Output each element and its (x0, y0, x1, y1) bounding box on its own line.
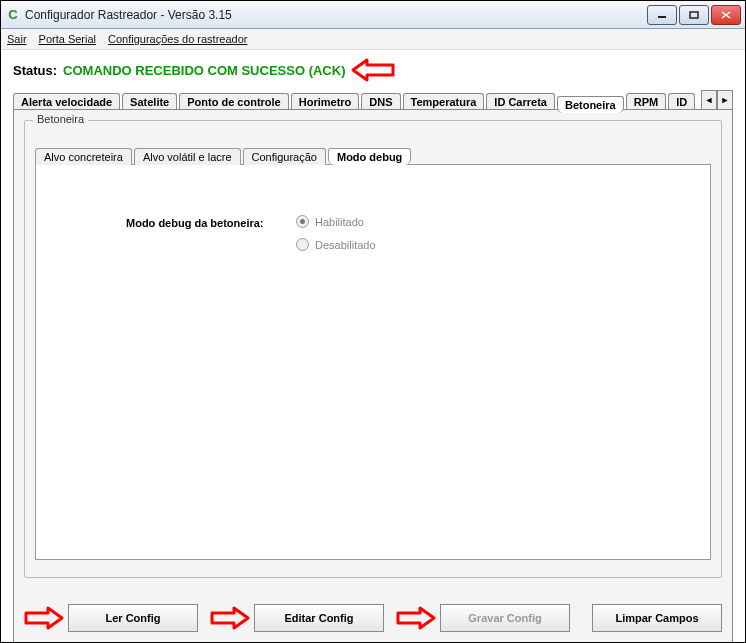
close-button[interactable] (711, 5, 741, 25)
radio-icon (296, 238, 309, 251)
tab-id[interactable]: ID (668, 93, 695, 110)
menu-configuracoes[interactable]: Configurações do rastreador (108, 33, 247, 45)
tab-horimetro[interactable]: Horimetro (291, 93, 360, 110)
groupbox-betoneira: Betoneira Alvo concreteira Alvo volátil … (24, 120, 722, 578)
limpar-campos-button[interactable]: Limpar Campos (592, 604, 722, 632)
menu-sair[interactable]: Sair (7, 33, 27, 45)
radio-icon (296, 215, 309, 228)
menu-porta-serial[interactable]: Porta Serial (39, 33, 96, 45)
app-icon: C (5, 7, 21, 23)
ler-config-button[interactable]: Ler Config (68, 604, 198, 632)
inner-tabstrip: Alvo concreteira Alvo volátil e lacre Co… (35, 145, 711, 165)
label-modo-debug: Modo debug da betoneira: (126, 215, 276, 229)
radio-label: Habilitado (315, 216, 364, 228)
tab-dns[interactable]: DNS (361, 93, 400, 110)
main-tabstrip: Alerta velocidade Satelite Ponto de cont… (13, 88, 733, 110)
inner-tab-alvo-volatil[interactable]: Alvo volátil e lacre (134, 148, 241, 165)
editar-config-button[interactable]: Editar Config (254, 604, 384, 632)
tab-scroll-right-icon[interactable]: ► (717, 90, 733, 110)
inner-tab-modo-debug[interactable]: Modo debug (328, 148, 411, 165)
inner-tab-configuracao[interactable]: Configuração (243, 148, 326, 165)
radio-label: Desabilitado (315, 239, 376, 251)
maximize-button[interactable] (679, 5, 709, 25)
inner-tab-alvo-concreteira[interactable]: Alvo concreteira (35, 148, 132, 165)
tab-id-carreta[interactable]: ID Carreta (486, 93, 555, 110)
button-row: Ler Config Editar Config Gravar Config L… (24, 604, 722, 632)
minimize-button[interactable] (647, 5, 677, 25)
radio-group-modo-debug: Habilitado Desabilitado (296, 215, 376, 251)
form-row-modo-debug: Modo debug da betoneira: Habilitado Desa… (126, 215, 680, 251)
tab-alerta-velocidade[interactable]: Alerta velocidade (13, 93, 120, 110)
annotation-arrow-icon (210, 606, 250, 630)
window-title: Configurador Rastreador - Versão 3.15 (25, 8, 647, 22)
tab-rpm[interactable]: RPM (626, 93, 666, 110)
menu-bar: Sair Porta Serial Configurações do rastr… (1, 29, 745, 50)
annotation-arrow-icon (396, 606, 436, 630)
radio-habilitado[interactable]: Habilitado (296, 215, 376, 228)
annotation-arrow-icon (24, 606, 64, 630)
client-area: Status: COMANDO RECEBIDO COM SUCESSO (AC… (1, 50, 745, 643)
groupbox-legend: Betoneira (33, 113, 88, 125)
tab-page: Betoneira Alvo concreteira Alvo volátil … (13, 109, 733, 643)
title-bar: C Configurador Rastreador - Versão 3.15 (1, 1, 745, 29)
window-controls (647, 5, 741, 25)
tab-betoneira[interactable]: Betoneira (557, 96, 624, 113)
radio-desabilitado[interactable]: Desabilitado (296, 238, 376, 251)
gravar-config-button: Gravar Config (440, 604, 570, 632)
tab-scroll-arrows: ◄ ► (701, 90, 733, 110)
tab-scroll-left-icon[interactable]: ◄ (701, 90, 717, 110)
annotation-arrow-icon (351, 58, 395, 82)
status-line: Status: COMANDO RECEBIDO COM SUCESSO (AC… (13, 58, 733, 82)
svg-rect-1 (690, 12, 698, 18)
status-value: COMANDO RECEBIDO COM SUCESSO (ACK) (63, 63, 345, 78)
inner-page: Modo debug da betoneira: Habilitado Desa… (35, 164, 711, 560)
tab-temperatura[interactable]: Temperatura (403, 93, 485, 110)
tab-satelite[interactable]: Satelite (122, 93, 177, 110)
status-label: Status: (13, 63, 57, 78)
tab-ponto-de-controle[interactable]: Ponto de controle (179, 93, 289, 110)
